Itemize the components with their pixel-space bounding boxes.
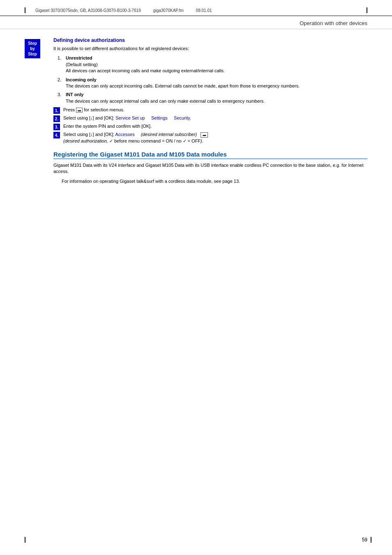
menu-icon-2: ▬	[201, 132, 208, 138]
list-item-1-content: Unrestricted (Default setting) All devic…	[66, 55, 367, 74]
header-meta-bar: Gigaset 3070/3075isdn, GB, A31008-G3070-…	[0, 0, 392, 16]
step-item-1: 1. Press ▬ for selection menus.	[53, 107, 367, 114]
link-accesses: Accesses	[115, 132, 135, 137]
list-item-3-title: INT only	[66, 92, 83, 97]
list-item-3-body: The devices can only accept internal cal…	[66, 99, 265, 104]
link-security: Security	[174, 115, 190, 120]
list-item-2-content: Incoming only The devices can only accep…	[66, 77, 367, 90]
step-badge-line3: Step	[27, 51, 38, 57]
step-text-2: Select using [↓] and [OK]: Service Set u…	[63, 115, 367, 121]
section2-para1: Gigaset M101 Data with its V24 interface…	[53, 162, 367, 175]
desired-subscriber-label: (desired internal subscriber)	[141, 132, 197, 137]
step-item-3: 3. Enter the system PIN and confirm with…	[53, 123, 367, 130]
step-text-3: Enter the system PIN and confirm with [O…	[63, 123, 367, 129]
section-title: Operation with other devices	[300, 20, 367, 26]
step-item-2: 2. Select using [↓] and [OK]: Service Se…	[53, 115, 367, 122]
link-settings: Settings	[151, 115, 168, 120]
step-list: 1. Press ▬ for selection menus. 2. Selec…	[53, 107, 367, 144]
desired-auth-label: (desired authorization,	[63, 138, 108, 143]
section-heading: Defining device authorizations	[53, 37, 367, 43]
list-item-2-body: The devices can only accept incoming cal…	[66, 83, 300, 88]
step-item-4: 4. Select using [↓] and [OK]: Accesses (…	[53, 131, 367, 144]
step-badge-line1: Step	[27, 41, 38, 46]
menu-icon-1: ▬	[76, 108, 83, 113]
page-container: Gigaset 3070/3075isdn, GB, A31008-G3070-…	[0, 0, 392, 555]
list-item-1-subtitle: (Default setting)	[66, 62, 98, 67]
footer-left-bar	[25, 537, 25, 543]
header-left-bar	[25, 7, 25, 13]
list-item-1-num: 1.	[58, 55, 63, 74]
section-title-bar: Operation with other devices	[0, 16, 392, 29]
step-num-box-3: 3.	[53, 124, 60, 130]
step-by-step-badge: Step by Step	[25, 39, 40, 58]
header-meta-mid: giga3070KAP.fm	[153, 8, 184, 13]
footer-right-bar	[371, 537, 371, 543]
step-badge-column: Step by Step	[25, 37, 45, 184]
list-item-2-title: Incoming only	[66, 77, 97, 82]
list-item-3: 3. INT only The devices can only accept …	[58, 92, 367, 104]
step-num-box-1: 1.	[53, 107, 60, 114]
main-content-area: Step by Step Defining device authorizati…	[0, 29, 392, 201]
list-item-1: 1. Unrestricted (Default setting) All de…	[58, 55, 367, 74]
step-num-box-4: 4.	[53, 132, 60, 138]
link-service-setup: Service Set up	[115, 115, 145, 120]
list-item-1-title: Unrestricted	[66, 55, 92, 60]
step-num-box-2: 2.	[53, 115, 60, 122]
list-item-1-body: All devices can accept incoming calls an…	[66, 68, 225, 73]
header-right-bar	[367, 7, 367, 13]
authorization-list: 1. Unrestricted (Default setting) All de…	[58, 55, 367, 104]
content-column: Defining device authorizations It is pos…	[53, 37, 367, 184]
section2-note: For information on operating Gigaset tal…	[62, 178, 367, 184]
step-text-4: Select using [↓] and [OK]: Accesses (des…	[63, 131, 367, 144]
section2-heading: Registering the Gigaset M101 Data and M1…	[53, 151, 367, 159]
header-meta-left: Gigaset 3070/3075isdn, GB, A31008-G3070-…	[35, 8, 141, 13]
list-item-2: 2. Incoming only The devices can only ac…	[58, 77, 367, 90]
step-text-1: Press ▬ for selection menus.	[63, 107, 367, 113]
step-badge-line2: by	[27, 46, 38, 51]
list-item-3-content: INT only The devices can only accept int…	[66, 92, 367, 104]
footer-page-num: 59	[362, 537, 367, 543]
intro-para: It is possible to set different authoriz…	[53, 46, 367, 52]
list-item-2-num: 2.	[58, 77, 63, 90]
header-meta-right: 09.01.01	[196, 8, 357, 13]
list-item-3-num: 3.	[58, 92, 63, 104]
